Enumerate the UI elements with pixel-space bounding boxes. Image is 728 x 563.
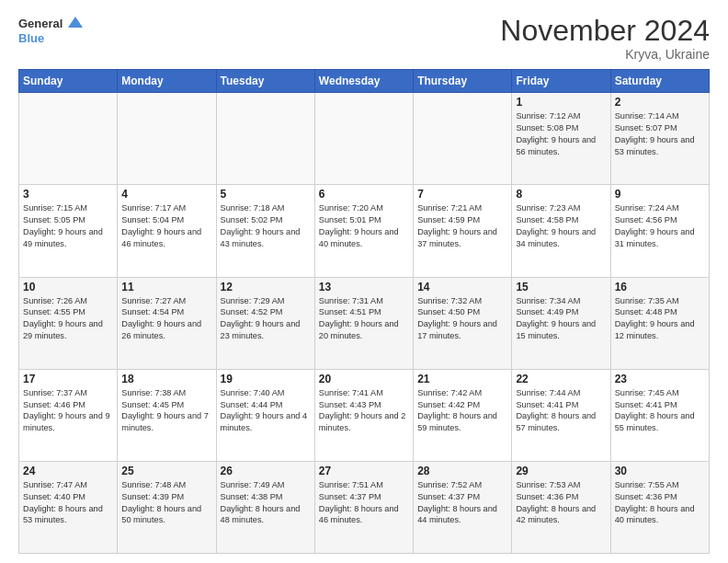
logo-icon: General Blue [18, 15, 83, 48]
day-info: Sunrise: 7:23 AM Sunset: 4:58 PM Dayligh… [516, 202, 606, 250]
main-title: November 2024 [500, 15, 710, 47]
day-info: Sunrise: 7:14 AM Sunset: 5:07 PM Dayligh… [615, 110, 705, 158]
day-info: Sunrise: 7:48 AM Sunset: 4:39 PM Dayligh… [121, 479, 211, 527]
day-info: Sunrise: 7:53 AM Sunset: 4:36 PM Dayligh… [516, 479, 606, 527]
calendar-cell: 9Sunrise: 7:24 AM Sunset: 4:56 PM Daylig… [610, 185, 709, 277]
calendar-cell: 7Sunrise: 7:21 AM Sunset: 4:59 PM Daylig… [414, 185, 512, 277]
day-info: Sunrise: 7:18 AM Sunset: 5:02 PM Dayligh… [221, 202, 311, 250]
day-number: 15 [516, 281, 606, 293]
svg-marker-2 [68, 17, 83, 28]
calendar-cell [314, 93, 413, 185]
calendar-cell: 20Sunrise: 7:41 AM Sunset: 4:43 PM Dayli… [314, 369, 413, 461]
day-info: Sunrise: 7:26 AM Sunset: 4:55 PM Dayligh… [23, 295, 113, 343]
calendar-cell: 16Sunrise: 7:35 AM Sunset: 4:48 PM Dayli… [610, 277, 709, 369]
calendar-cell: 3Sunrise: 7:15 AM Sunset: 5:05 PM Daylig… [19, 185, 118, 277]
day-number: 24 [23, 465, 113, 477]
day-number: 23 [615, 373, 705, 385]
day-info: Sunrise: 7:12 AM Sunset: 5:08 PM Dayligh… [516, 110, 606, 158]
day-info: Sunrise: 7:38 AM Sunset: 4:45 PM Dayligh… [121, 387, 211, 435]
day-info: Sunrise: 7:51 AM Sunset: 4:37 PM Dayligh… [319, 479, 409, 527]
day-info: Sunrise: 7:42 AM Sunset: 4:42 PM Dayligh… [417, 387, 507, 435]
calendar-cell: 26Sunrise: 7:49 AM Sunset: 4:38 PM Dayli… [216, 461, 314, 553]
calendar-cell [414, 93, 512, 185]
calendar-cell: 28Sunrise: 7:52 AM Sunset: 4:37 PM Dayli… [414, 461, 512, 553]
calendar-cell: 27Sunrise: 7:51 AM Sunset: 4:37 PM Dayli… [314, 461, 413, 553]
calendar-cell: 21Sunrise: 7:42 AM Sunset: 4:42 PM Dayli… [414, 369, 512, 461]
day-number: 30 [615, 465, 705, 477]
calendar-cell: 25Sunrise: 7:48 AM Sunset: 4:39 PM Dayli… [118, 461, 216, 553]
day-info: Sunrise: 7:49 AM Sunset: 4:38 PM Dayligh… [221, 479, 311, 527]
day-number: 20 [319, 373, 409, 385]
day-number: 25 [121, 465, 211, 477]
calendar-cell: 11Sunrise: 7:27 AM Sunset: 4:54 PM Dayli… [118, 277, 216, 369]
calendar-header-row: SundayMondayTuesdayWednesdayThursdayFrid… [19, 70, 710, 93]
calendar-cell: 18Sunrise: 7:38 AM Sunset: 4:45 PM Dayli… [118, 369, 216, 461]
calendar-day-header: Sunday [19, 70, 118, 93]
calendar-day-header: Saturday [610, 70, 709, 93]
day-number: 28 [417, 465, 507, 477]
day-number: 8 [516, 188, 606, 201]
day-number: 13 [319, 281, 409, 293]
day-number: 10 [23, 281, 113, 293]
svg-text:General: General [18, 17, 63, 30]
day-info: Sunrise: 7:21 AM Sunset: 4:59 PM Dayligh… [417, 202, 507, 250]
calendar-week-row: 1Sunrise: 7:12 AM Sunset: 5:08 PM Daylig… [19, 93, 710, 185]
calendar-cell: 1Sunrise: 7:12 AM Sunset: 5:08 PM Daylig… [512, 93, 610, 185]
day-number: 9 [615, 188, 705, 201]
calendar-cell: 2Sunrise: 7:14 AM Sunset: 5:07 PM Daylig… [610, 93, 709, 185]
logo: General Blue [18, 15, 83, 48]
day-number: 14 [417, 281, 507, 293]
calendar-cell: 23Sunrise: 7:45 AM Sunset: 4:41 PM Dayli… [610, 369, 709, 461]
day-info: Sunrise: 7:52 AM Sunset: 4:37 PM Dayligh… [417, 479, 507, 527]
calendar-week-row: 17Sunrise: 7:37 AM Sunset: 4:46 PM Dayli… [19, 369, 710, 461]
day-info: Sunrise: 7:29 AM Sunset: 4:52 PM Dayligh… [221, 295, 311, 343]
day-info: Sunrise: 7:41 AM Sunset: 4:43 PM Dayligh… [319, 387, 409, 435]
day-info: Sunrise: 7:45 AM Sunset: 4:41 PM Dayligh… [615, 387, 705, 435]
day-info: Sunrise: 7:47 AM Sunset: 4:40 PM Dayligh… [23, 479, 113, 527]
subtitle: Kryva, Ukraine [500, 47, 710, 62]
day-number: 16 [615, 281, 705, 293]
day-number: 6 [319, 188, 409, 201]
calendar-day-header: Monday [118, 70, 216, 93]
day-info: Sunrise: 7:17 AM Sunset: 5:04 PM Dayligh… [121, 202, 211, 250]
calendar-week-row: 24Sunrise: 7:47 AM Sunset: 4:40 PM Dayli… [19, 461, 710, 553]
calendar-cell: 4Sunrise: 7:17 AM Sunset: 5:04 PM Daylig… [118, 185, 216, 277]
day-info: Sunrise: 7:35 AM Sunset: 4:48 PM Dayligh… [615, 295, 705, 343]
calendar-cell [216, 93, 314, 185]
page: General Blue November 2024 Kryva, Ukrain… [0, 0, 728, 563]
day-info: Sunrise: 7:55 AM Sunset: 4:36 PM Dayligh… [615, 479, 705, 527]
calendar-cell: 13Sunrise: 7:31 AM Sunset: 4:51 PM Dayli… [314, 277, 413, 369]
day-number: 29 [516, 465, 606, 477]
title-block: November 2024 Kryva, Ukraine [500, 15, 710, 62]
day-info: Sunrise: 7:40 AM Sunset: 4:44 PM Dayligh… [221, 387, 311, 435]
calendar-cell: 12Sunrise: 7:29 AM Sunset: 4:52 PM Dayli… [216, 277, 314, 369]
day-number: 4 [121, 188, 211, 201]
day-number: 27 [319, 465, 409, 477]
day-number: 11 [121, 281, 211, 293]
day-number: 18 [121, 373, 211, 385]
calendar-table: SundayMondayTuesdayWednesdayThursdayFrid… [18, 69, 710, 554]
calendar-cell: 10Sunrise: 7:26 AM Sunset: 4:55 PM Dayli… [19, 277, 118, 369]
day-number: 1 [516, 96, 606, 109]
day-info: Sunrise: 7:37 AM Sunset: 4:46 PM Dayligh… [23, 387, 113, 435]
day-number: 3 [23, 188, 113, 201]
calendar-cell: 24Sunrise: 7:47 AM Sunset: 4:40 PM Dayli… [19, 461, 118, 553]
day-number: 2 [615, 96, 705, 109]
day-number: 21 [417, 373, 507, 385]
day-number: 5 [221, 188, 311, 201]
day-number: 22 [516, 373, 606, 385]
day-info: Sunrise: 7:20 AM Sunset: 5:01 PM Dayligh… [319, 202, 409, 250]
calendar-cell: 8Sunrise: 7:23 AM Sunset: 4:58 PM Daylig… [512, 185, 610, 277]
day-number: 7 [417, 188, 507, 201]
calendar-day-header: Friday [512, 70, 610, 93]
header: General Blue November 2024 Kryva, Ukrain… [18, 15, 710, 62]
day-info: Sunrise: 7:34 AM Sunset: 4:49 PM Dayligh… [516, 295, 606, 343]
calendar-cell: 5Sunrise: 7:18 AM Sunset: 5:02 PM Daylig… [216, 185, 314, 277]
calendar-day-header: Thursday [414, 70, 512, 93]
day-info: Sunrise: 7:31 AM Sunset: 4:51 PM Dayligh… [319, 295, 409, 343]
calendar-cell: 29Sunrise: 7:53 AM Sunset: 4:36 PM Dayli… [512, 461, 610, 553]
day-info: Sunrise: 7:32 AM Sunset: 4:50 PM Dayligh… [417, 295, 507, 343]
calendar-week-row: 10Sunrise: 7:26 AM Sunset: 4:55 PM Dayli… [19, 277, 710, 369]
calendar-cell: 6Sunrise: 7:20 AM Sunset: 5:01 PM Daylig… [314, 185, 413, 277]
svg-text:Blue: Blue [18, 31, 44, 45]
